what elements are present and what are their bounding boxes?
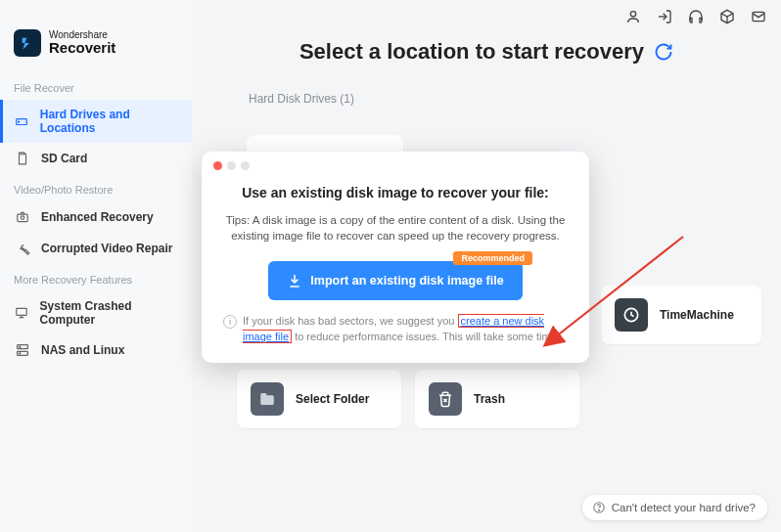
sidebar-item-sd-card[interactable]: SD Card [0,143,192,174]
page-title: Select a location to start recovery [299,39,644,65]
app-logo: Wondershare Recoverit [0,29,192,72]
hdd-group-label: Hard Disk Drives (1) [249,92,759,106]
modal-footer: i If your disk has bad sectors, we sugge… [223,314,568,345]
timemachine-icon [615,298,648,332]
page-title-row: Select a location to start recovery [213,39,759,65]
sidebar-item-system-crashed[interactable]: System Crashed Computer [0,291,192,334]
svg-point-9 [20,346,21,347]
sidebar-item-label: Corrupted Video Repair [41,242,172,255]
hard-drive-icon [14,113,30,129]
card-trash[interactable]: Trash [415,370,579,428]
section-more-features: More Recovery Features [0,264,192,291]
card-label: TimeMachine [660,308,734,322]
sd-card-icon [14,151,31,166]
question-icon [592,501,606,514]
camera-icon [14,209,31,225]
svg-point-5 [21,216,24,220]
quick-access-row: Select Folder Trash [237,370,761,428]
svg-rect-4 [18,214,28,222]
logo-icon [14,29,41,57]
download-icon [287,273,302,288]
svg-point-10 [20,353,21,354]
import-disk-image-button[interactable]: Import an existing disk image file [268,261,523,300]
card-label: Select Folder [296,392,369,406]
sidebar-item-label: Enhanced Recovery [41,210,154,224]
sidebar-item-hard-drives[interactable]: Hard Drives and Locations [0,100,192,143]
monitor-icon [14,305,30,321]
footer-text-pre: If your disk has bad sectors, we suggest… [243,315,458,327]
sidebar-item-corrupted-video[interactable]: Corrupted Video Repair [0,233,192,264]
info-icon: i [223,315,237,329]
footer-text-post: to reduce performance issues. This will … [292,331,560,342]
svg-point-3 [19,121,20,122]
svg-point-14 [598,510,599,510]
wrench-icon [14,241,31,256]
section-video-photo: Video/Photo Restore [0,174,192,201]
disk-image-modal: Use an existing disk image to recover yo… [202,152,589,363]
sidebar-item-label: SD Card [41,152,87,165]
card-select-folder[interactable]: Select Folder [237,370,401,428]
sidebar-item-enhanced-recovery[interactable]: Enhanced Recovery [0,201,192,233]
card-timemachine[interactable]: TimeMachine [601,286,761,344]
trash-icon [429,382,462,416]
server-icon [14,342,31,358]
sidebar-item-label: Hard Drives and Locations [40,108,178,135]
recommended-badge: Recommended [453,251,532,265]
help-bubble[interactable]: Can't detect your hard drive? [582,495,767,520]
folder-icon [251,382,284,416]
button-label: Import an existing disk image file [310,274,503,288]
help-text: Can't detect your hard drive? [612,502,756,513]
sidebar: Wondershare Recoverit File Recover Hard … [0,0,192,532]
svg-rect-6 [17,308,27,315]
external-row: TimeMachine [601,286,761,344]
refresh-icon[interactable] [654,42,673,62]
card-label: Trash [474,392,505,406]
sidebar-item-label: System Crashed Computer [40,299,178,327]
sidebar-item-nas-linux[interactable]: NAS and Linux [0,334,192,366]
modal-window-controls[interactable] [213,161,250,170]
modal-title: Use an existing disk image to recover yo… [223,185,568,200]
modal-tips: Tips: A disk image is a copy of the enti… [223,212,568,244]
sidebar-item-label: NAS and Linux [41,343,124,357]
brand-name: Recoverit [49,40,115,56]
section-file-recover: File Recover [0,72,192,100]
